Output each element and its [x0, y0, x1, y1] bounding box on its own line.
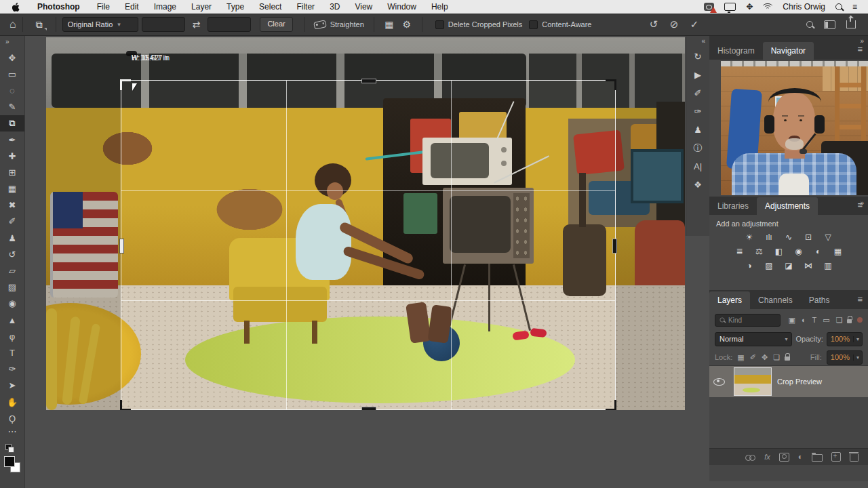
- posterize-icon[interactable]: ▨: [761, 260, 778, 271]
- clear-button[interactable]: Clear: [260, 17, 292, 32]
- menu-item[interactable]: Filter: [289, 0, 322, 14]
- exposure-icon[interactable]: ⊡: [800, 231, 817, 243]
- menu-item[interactable]: File: [90, 0, 117, 14]
- brush-tool[interactable]: ✐: [0, 214, 24, 230]
- hand-tool[interactable]: ✋: [0, 394, 24, 410]
- lasso-tool[interactable]: ◌: [0, 82, 24, 98]
- crop-handle-bottom[interactable]: [361, 407, 376, 410]
- panel-menu-icon[interactable]: ≡: [857, 202, 863, 285]
- filter-pixel-layers-icon[interactable]: ▣: [789, 316, 795, 325]
- crop-handle-top[interactable]: [361, 79, 376, 83]
- crop-settings-gear-icon[interactable]: ⚙: [398, 19, 416, 30]
- filter-shape-layers-icon[interactable]: ▭: [823, 316, 829, 325]
- history-panel-icon[interactable]: ↻: [686, 47, 709, 66]
- menu-item[interactable]: Type: [219, 0, 252, 14]
- lock-all-icon[interactable]: [785, 357, 790, 361]
- gradient-tool[interactable]: ▨: [0, 279, 24, 296]
- gradient-map-icon[interactable]: ⋈: [800, 260, 817, 271]
- menu-item[interactable]: Image: [146, 0, 184, 14]
- panel-tab[interactable]: Channels: [750, 291, 801, 309]
- info-panel-icon[interactable]: ⓘ: [686, 139, 709, 157]
- brush-settings-panel-icon[interactable]: ✐: [686, 84, 709, 102]
- pen-tool[interactable]: ✑: [0, 361, 24, 378]
- layer-search-input[interactable]: Kind: [715, 314, 781, 327]
- history-brush-tool[interactable]: ↺: [0, 246, 24, 262]
- new-group-icon[interactable]: [812, 454, 823, 462]
- blend-mode-select[interactable]: Normal ▾: [715, 332, 792, 346]
- crop-preset-select[interactable]: Original Ratio ▾: [62, 17, 138, 32]
- swap-dimensions-icon[interactable]: ⇄: [193, 19, 201, 30]
- zoom-tool[interactable]: Ϙ: [0, 410, 24, 426]
- commit-crop-icon[interactable]: ✓: [684, 18, 705, 30]
- wifi-icon[interactable]: [763, 3, 772, 10]
- menu-item[interactable]: 3D: [322, 0, 347, 14]
- lock-image-pixels-icon[interactable]: ✐: [750, 353, 756, 362]
- pattern-stamp-tool[interactable]: ▦: [0, 181, 24, 197]
- panel-tab[interactable]: Paths: [801, 291, 838, 309]
- layer-row-crop-preview[interactable]: Crop Preview: [709, 366, 868, 397]
- reset-crop-icon[interactable]: ↺: [644, 18, 664, 30]
- eraser-tool[interactable]: ▱: [0, 262, 24, 279]
- glyphs-panel-icon[interactable]: ❖: [686, 176, 709, 194]
- share-icon[interactable]: [846, 20, 856, 28]
- notification-center-icon[interactable]: ≡: [852, 2, 857, 12]
- toolbar-expand-icon[interactable]: »: [0, 35, 9, 49]
- content-aware-checkbox[interactable]: [529, 20, 538, 29]
- filter-lock-icon[interactable]: [847, 319, 852, 323]
- menu-username[interactable]: Chris Orwig: [783, 2, 825, 12]
- levels-icon[interactable]: ılı: [761, 231, 778, 243]
- dock-collapse-icon[interactable]: »: [860, 199, 864, 207]
- cancel-crop-icon[interactable]: ⊘: [664, 18, 684, 30]
- new-adjustment-layer-icon[interactable]: ◐: [798, 452, 803, 462]
- crop-overlay-options-icon[interactable]: ▦: [380, 19, 398, 30]
- menu-item[interactable]: View: [347, 0, 380, 14]
- spot-healing-brush-tool[interactable]: ✚: [0, 148, 24, 164]
- crop-handle-right[interactable]: [612, 239, 617, 253]
- straighten-label[interactable]: Straighten: [330, 20, 364, 28]
- panel-tab[interactable]: Libraries: [709, 197, 757, 215]
- lock-artboard-icon[interactable]: ❏: [773, 353, 780, 362]
- move-tool[interactable]: ✥: [0, 49, 24, 66]
- crop-tool[interactable]: ⧉: [0, 115, 24, 131]
- crop-handle-bottom-left[interactable]: [120, 400, 131, 410]
- content-aware-label[interactable]: Content-Aware: [542, 20, 591, 28]
- brushes-panel-icon[interactable]: ✑: [686, 102, 709, 121]
- dodge-tool[interactable]: φ: [0, 328, 24, 344]
- eyedropper-tool[interactable]: ✒: [0, 131, 24, 148]
- color-balance-icon[interactable]: ⚖: [751, 245, 768, 257]
- vibrance-icon[interactable]: ▽: [820, 231, 837, 243]
- menu-item[interactable]: Edit: [117, 0, 146, 14]
- home-icon[interactable]: ⌂: [9, 18, 16, 30]
- lock-position-icon[interactable]: ✥: [762, 353, 768, 362]
- invert-icon[interactable]: ◑: [741, 260, 758, 271]
- default-swatches-icon[interactable]: [5, 444, 19, 453]
- lock-transparent-pixels-icon[interactable]: ▦: [737, 353, 744, 362]
- color-swatches[interactable]: [4, 456, 20, 472]
- crop-tool-badge-icon[interactable]: ⧉: [32, 18, 47, 32]
- document-canvas[interactable]: W: 15.627 in H: 10.417 in: [25, 35, 686, 488]
- black-white-icon[interactable]: ◧: [770, 245, 787, 257]
- spotlight-search-icon[interactable]: [835, 3, 842, 10]
- creative-cloud-icon[interactable]: [704, 3, 714, 11]
- clone-source-panel-icon[interactable]: ♟: [686, 121, 709, 139]
- straighten-icon[interactable]: [313, 20, 327, 30]
- filter-adjustment-layers-icon[interactable]: ◐: [802, 316, 806, 325]
- filter-type-layers-icon[interactable]: T: [812, 316, 817, 325]
- character-panel-icon[interactable]: A|: [686, 157, 709, 176]
- edit-toolbar-icon[interactable]: ⋯: [8, 426, 17, 441]
- brightness-contrast-icon[interactable]: ☀: [741, 231, 758, 243]
- path-selection-tool[interactable]: ➤: [0, 378, 24, 394]
- sharpen-tool[interactable]: ▲: [0, 312, 24, 328]
- panel-tab[interactable]: Adjustments: [757, 197, 818, 215]
- crop-height-input[interactable]: [208, 17, 251, 32]
- delete-layer-icon[interactable]: [850, 454, 859, 462]
- menu-item[interactable]: Select: [252, 0, 289, 14]
- quick-selection-tool[interactable]: ✎: [0, 99, 24, 115]
- channel-mixer-icon[interactable]: ◐: [810, 245, 827, 257]
- actions-panel-icon[interactable]: ▶: [686, 66, 709, 84]
- menu-item[interactable]: Help: [424, 0, 456, 14]
- delete-cropped-pixels-label[interactable]: Delete Cropped Pixels: [448, 20, 522, 28]
- layer-name[interactable]: Crop Preview: [777, 378, 822, 386]
- selective-color-icon[interactable]: ▥: [820, 260, 837, 271]
- screen-share-icon[interactable]: ✥: [746, 2, 753, 12]
